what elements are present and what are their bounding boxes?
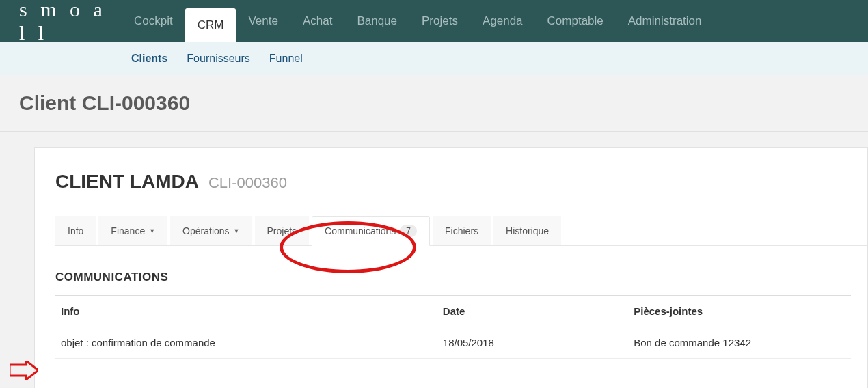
page-title: Client CLI-000360 [0, 75, 868, 132]
tab-historique[interactable]: Historique [493, 216, 561, 245]
topnav: s m o a l l Cockpit CRM Vente Achat Banq… [0, 0, 868, 42]
table-row[interactable]: objet : confirmation de commande 18/05/2… [55, 327, 851, 359]
tab-finance-label: Finance [111, 225, 145, 236]
cell-date: 18/05/2018 [437, 327, 628, 359]
tab-operations-label: Opérations [182, 225, 229, 236]
nav-agenda[interactable]: Agenda [470, 0, 535, 42]
th-info: Info [55, 296, 437, 327]
tab-info[interactable]: Info [55, 216, 96, 245]
brand-logo: s m o a l l [19, 0, 122, 44]
cell-info: objet : confirmation de commande [55, 327, 437, 359]
subnav-clients[interactable]: Clients [122, 53, 177, 65]
nav-administration[interactable]: Administration [616, 0, 714, 42]
caret-down-icon: ▼ [234, 227, 240, 234]
table-header-row: Info Date Pièces-jointes [55, 296, 851, 327]
tab-communications[interactable]: Communications 7 [312, 216, 430, 246]
client-name: CLIENT LAMDA [55, 171, 199, 193]
subnav: Clients Fournisseurs Funnel [0, 42, 868, 75]
subnav-funnel[interactable]: Funnel [260, 53, 312, 65]
communications-count-badge: 7 [400, 225, 417, 237]
topnav-items: Cockpit CRM Vente Achat Banque Projets A… [122, 0, 714, 42]
nav-achat[interactable]: Achat [290, 0, 344, 42]
tab-finance[interactable]: Finance ▼ [98, 216, 167, 245]
th-date: Date [437, 296, 628, 327]
nav-projets[interactable]: Projets [409, 0, 470, 42]
client-code: CLI-000360 [208, 174, 287, 192]
subnav-fournisseurs[interactable]: Fournisseurs [177, 53, 259, 65]
tab-operations[interactable]: Opérations ▼ [170, 216, 252, 245]
nav-cockpit[interactable]: Cockpit [122, 0, 185, 42]
caret-down-icon: ▼ [149, 227, 155, 234]
client-title-row: CLIENT LAMDA CLI-000360 [55, 171, 867, 193]
tab-fichiers[interactable]: Fichiers [433, 216, 491, 245]
nav-vente[interactable]: Vente [236, 0, 290, 42]
nav-banque[interactable]: Banque [344, 0, 409, 42]
tab-row: Info Finance ▼ Opérations ▼ Projets Comm… [55, 216, 867, 246]
communications-table: Info Date Pièces-jointes objet : confirm… [55, 295, 851, 359]
tab-communications-label: Communications [325, 225, 396, 236]
svg-marker-0 [10, 361, 38, 380]
nav-comptable[interactable]: Comptable [535, 0, 616, 42]
section-heading: COMMUNICATIONS [55, 271, 867, 284]
annotation-arrow-icon [10, 361, 38, 380]
tab-projets[interactable]: Projets [255, 216, 310, 245]
cell-pj: Bon de commande 12342 [628, 327, 851, 359]
client-card: CLIENT LAMDA CLI-000360 Info Finance ▼ O… [34, 147, 868, 388]
nav-crm[interactable]: CRM [185, 8, 236, 42]
th-pj: Pièces-jointes [628, 296, 851, 327]
